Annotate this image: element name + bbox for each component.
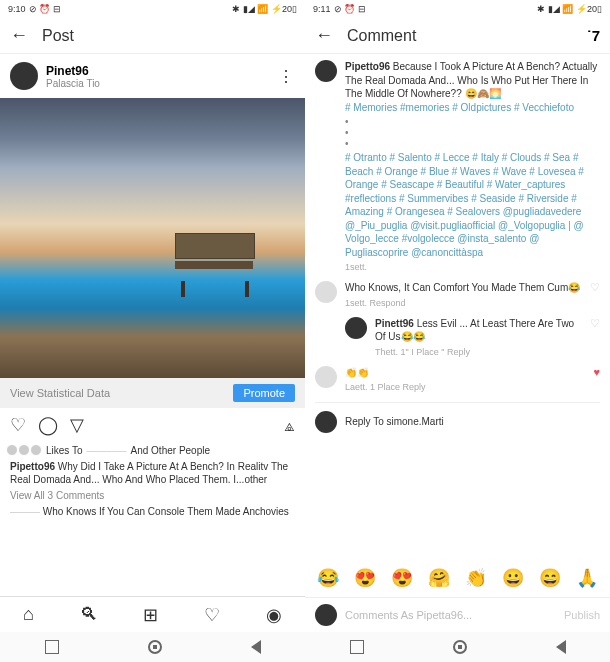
home-button-icon[interactable] (453, 640, 467, 654)
comment-meta[interactable]: 1sett. Respond (345, 297, 582, 309)
home-button-icon[interactable] (148, 640, 162, 654)
emoji-button[interactable]: 😀 (502, 567, 524, 589)
emoji-bar: 😂 😍 😍 🤗 👏 😀 😄 🙏 (305, 559, 610, 597)
promote-button[interactable]: Promote (233, 384, 295, 402)
search-icon[interactable]: 🔍︎ (80, 604, 98, 625)
header: ← Post (0, 18, 305, 54)
post-screen: 9:10⊘ ⏰ ⊟ ✱ ▮◢ 📶 ⚡20▯ ← Post Pinet96 Pal… (0, 0, 305, 662)
bookmark-icon[interactable]: ⟁ (284, 415, 295, 436)
recent-apps-icon[interactable] (350, 640, 364, 654)
page-title: Comment (347, 27, 416, 45)
emoji-button[interactable]: 😂 (317, 567, 339, 589)
comment-count: ˙7 (587, 27, 600, 44)
system-nav (305, 632, 610, 662)
post-header: Pinet96 Palascia Tio ⋮ (0, 54, 305, 98)
comment-meta[interactable]: Laett. 1 Place Reply (345, 381, 585, 393)
header: ← Comment ˙7 (305, 18, 610, 54)
avatar[interactable] (315, 604, 337, 626)
post-image[interactable] (0, 98, 305, 378)
more-icon[interactable]: ⋮ (278, 67, 295, 86)
add-icon[interactable]: ⊞ (143, 604, 158, 626)
like-icon[interactable]: ♡ (590, 281, 600, 294)
comment-reply: Pinett96 Less Evil ... At Least There Ar… (345, 317, 600, 358)
comment-icon[interactable]: ◯ (38, 414, 58, 436)
comment-preview: ——— Who Knows If You Can Console Them Ma… (0, 503, 305, 520)
emoji-button[interactable]: 🙏 (576, 567, 598, 589)
view-comments-link[interactable]: View All 3 Comments (0, 488, 305, 503)
home-icon[interactable]: ⌂ (23, 604, 34, 625)
activity-icon[interactable]: ♡ (204, 604, 220, 626)
like-icon[interactable]: ♡ (590, 317, 600, 330)
caption: Pipetto96 Why Did I Take A Picture At A … (0, 458, 305, 488)
emoji-button[interactable]: 🤗 (428, 567, 450, 589)
view-stats-link[interactable]: View Statistical Data (10, 387, 110, 399)
comment-item: Who Knows, It Can Comfort You Made Them … (315, 281, 600, 309)
username[interactable]: Pinet96 (46, 64, 270, 78)
status-bar: 9:11⊘ ⏰ ⊟ ✱ ▮◢ 📶 ⚡20▯ (305, 0, 610, 18)
status-bar: 9:10⊘ ⏰ ⊟ ✱ ▮◢ 📶 ⚡20▯ (0, 0, 305, 18)
location[interactable]: Palascia Tio (46, 78, 270, 89)
likes-row[interactable]: Likes To ———— And Other People (0, 442, 305, 458)
bench-illustration (175, 233, 255, 283)
comment-input[interactable]: Comments As Pipetta96... (345, 609, 556, 621)
bottom-nav: ⌂ 🔍︎ ⊞ ♡ ◉ (0, 596, 305, 632)
back-button-icon[interactable] (556, 640, 566, 654)
post-actions: View Statistical Data Promote (0, 378, 305, 408)
avatar[interactable] (315, 366, 337, 388)
back-button-icon[interactable] (251, 640, 261, 654)
back-arrow-icon[interactable]: ← (315, 25, 333, 46)
avatar[interactable] (10, 62, 38, 90)
comment-item: 👏👏 Laett. 1 Place Reply ♥ (315, 366, 600, 394)
comment-body: Pipetto96 Because I Took A Picture At A … (305, 54, 610, 559)
emoji-button[interactable]: 😍 (391, 567, 413, 589)
system-nav (0, 632, 305, 662)
comment-screen: 9:11⊘ ⏰ ⊟ ✱ ▮◢ 📶 ⚡20▯ ← Comment ˙7 Pipet… (305, 0, 610, 662)
comment-meta[interactable]: Thett. 1" I Place " Reply (375, 346, 582, 358)
reply-to-text[interactable]: Reply To simone.Marti (345, 416, 444, 427)
publish-button[interactable]: Publish (564, 609, 600, 621)
page-title: Post (42, 27, 74, 45)
avatar[interactable] (315, 411, 337, 433)
reply-to-row: Reply To simone.Marti (315, 402, 600, 441)
action-icons: ♡ ◯ ▽ ⟁ (0, 408, 305, 442)
emoji-button[interactable]: 😄 (539, 567, 561, 589)
avatar[interactable] (315, 281, 337, 303)
avatar[interactable] (345, 317, 367, 339)
comment-input-row: Comments As Pipetta96... Publish (305, 597, 610, 632)
share-icon[interactable]: ▽ (70, 414, 84, 436)
emoji-button[interactable]: 😍 (354, 567, 376, 589)
heart-icon[interactable]: ♡ (10, 414, 26, 436)
main-comment: Pipetto96 Because I Took A Picture At A … (315, 60, 600, 273)
recent-apps-icon[interactable] (45, 640, 59, 654)
emoji-button[interactable]: 👏 (465, 567, 487, 589)
back-arrow-icon[interactable]: ← (10, 25, 28, 46)
avatar[interactable] (315, 60, 337, 82)
profile-icon[interactable]: ◉ (266, 604, 282, 626)
like-icon[interactable]: ♥ (593, 366, 600, 378)
